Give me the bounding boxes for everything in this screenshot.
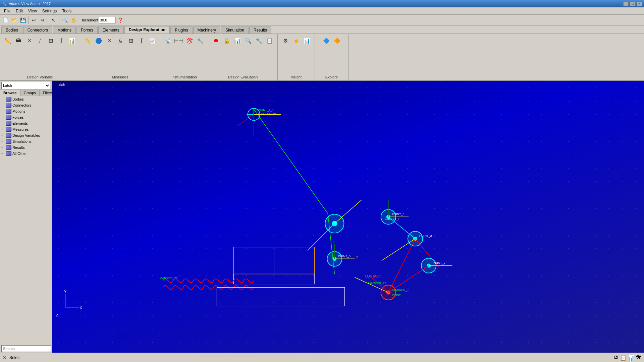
design-variables-label: Design Variables [12, 133, 40, 137]
maximize-button[interactable]: □ [630, 1, 635, 6]
explore-icon1[interactable]: 🔷 [321, 36, 331, 46]
save-button[interactable]: 💾 [19, 16, 27, 24]
open-button[interactable]: 📂 [10, 16, 18, 24]
tree-item-simulations[interactable]: + Simulations [0, 138, 52, 144]
elements-expander[interactable]: + [1, 122, 5, 125]
connectors-expander[interactable]: + [1, 104, 5, 107]
all-other-label: All Other [12, 152, 27, 156]
menu-settings[interactable]: Settings [40, 8, 59, 14]
svg-line-2 [60, 308, 65, 313]
measures-icon1[interactable]: 📏 [83, 36, 93, 46]
tab-design-exploration[interactable]: Design Exploration [124, 26, 170, 34]
measures-icon2[interactable]: 🔵 [94, 36, 104, 46]
panel-tab-groups[interactable]: Groups [20, 90, 40, 96]
tree-panel: + Bodies + Connectors + Motions + [0, 96, 52, 344]
tab-machinery[interactable]: Machinery [193, 26, 220, 34]
de-icon2[interactable]: 🔒 [222, 36, 232, 46]
insight-icon3[interactable]: 📊 [302, 36, 312, 46]
tab-plugins[interactable]: Plugins [170, 26, 192, 34]
tree-item-connectors[interactable]: + Connectors [0, 102, 52, 108]
menu-view[interactable]: View [25, 8, 40, 14]
tab-elements[interactable]: Elements [98, 26, 124, 34]
measures-icon6[interactable]: ∫ [137, 36, 147, 46]
left-panel: Latch Browse Groups Filters + Bodies + C… [0, 81, 52, 353]
tab-forces[interactable]: Forces [76, 26, 98, 34]
close-button[interactable]: ✕ [637, 1, 642, 6]
measures-icon7[interactable]: 📈 [147, 36, 157, 46]
de-icon4[interactable]: 🔍 [243, 36, 253, 46]
svg-text:y: y [357, 255, 358, 258]
select-button[interactable]: ↖ [50, 16, 58, 24]
dv-icon7[interactable]: 📊 [67, 36, 77, 46]
pan-button[interactable]: ✋ [69, 16, 77, 24]
dv-icon2[interactable]: 🏔 [13, 36, 23, 46]
design-variables-expander[interactable]: + [1, 134, 5, 137]
help-button[interactable]: ❓ [116, 16, 124, 24]
all-other-expander[interactable]: + [1, 152, 5, 155]
menu-edit[interactable]: Edit [13, 8, 25, 14]
instr-icon4[interactable]: 🔧 [195, 36, 205, 46]
measures-icon4[interactable]: 𝑓₀ [115, 36, 125, 46]
measures-expander[interactable]: + [1, 128, 5, 131]
instr-icon3[interactable]: 🎯 [184, 36, 195, 46]
tree-item-results[interactable]: + Results [0, 144, 52, 150]
instr-icon1[interactable]: 📡 [163, 36, 173, 46]
bodies-expander[interactable]: + [1, 98, 5, 101]
forces-expander[interactable]: + [1, 116, 5, 119]
measures-icon3[interactable]: ✕ [104, 36, 114, 46]
simulations-expander[interactable]: + [1, 140, 5, 143]
app-title: Adams View Adams 2017 [9, 2, 51, 6]
menu-file[interactable]: File [1, 8, 13, 14]
tab-results[interactable]: Results [249, 26, 271, 34]
work-area: Latch Browse Groups Filters + Bodies + C… [0, 81, 644, 353]
insight-icon1[interactable]: ⚙ [280, 36, 290, 46]
explore-icon2[interactable]: 🔶 [332, 36, 342, 46]
zoom-button[interactable]: 🔍 [61, 16, 69, 24]
dv-icon4[interactable]: 𝑓 [35, 36, 45, 46]
undo-button[interactable]: ↩ [30, 16, 38, 24]
tree-item-bodies[interactable]: + Bodies [0, 96, 52, 102]
elements-icon [6, 121, 11, 126]
minimize-button[interactable]: — [623, 1, 629, 6]
de-icon5[interactable]: 🔧 [254, 36, 264, 46]
tree-item-motions[interactable]: + Motions [0, 108, 52, 114]
new-button[interactable]: 📄 [1, 16, 9, 24]
instr-icon2[interactable]: ⊢⊣ [174, 36, 184, 46]
tree-item-design-variables[interactable]: + Design Variables [0, 132, 52, 138]
search-input[interactable] [1, 345, 51, 352]
redo-button[interactable]: ↪ [39, 16, 47, 24]
de-icon3[interactable]: 📊 [232, 36, 243, 46]
tab-simulation[interactable]: Simulation [221, 26, 249, 34]
panel-tab-browse[interactable]: Browse [0, 90, 20, 96]
de-icon1[interactable]: ⏺ [211, 36, 221, 46]
group-insight-label: Insight [291, 75, 302, 79]
tree-item-all-other[interactable]: + All Other [0, 150, 52, 157]
tree-item-measures[interactable]: + Measures [0, 126, 52, 132]
dv-icon3[interactable]: ✕ [24, 36, 34, 46]
results-expander[interactable]: + [1, 146, 5, 149]
tab-bodies[interactable]: Bodies [1, 26, 22, 34]
tab-connectors[interactable]: Connectors [23, 26, 52, 34]
motions-expander[interactable]: + [1, 110, 5, 113]
tab-motions[interactable]: Motions [53, 26, 76, 34]
status-error-icon: ✕ [3, 355, 7, 360]
insight-icon2[interactable]: ◆ [291, 36, 301, 46]
increment-input[interactable] [99, 17, 116, 23]
forces-label: Forces [12, 115, 24, 119]
menu-tools[interactable]: Tools [59, 8, 74, 14]
dv-icon6[interactable]: ∫ [56, 36, 66, 46]
svg-line-24 [388, 217, 415, 239]
dv-icon5[interactable]: ⊞ [46, 36, 56, 46]
status-icon-3: 📊 [628, 355, 635, 361]
measures-icon5[interactable]: ⊞ [126, 36, 136, 46]
measures-label: Measures [12, 127, 29, 131]
model-select-input[interactable]: Latch [1, 82, 50, 89]
de-icon6[interactable]: 📋 [265, 36, 275, 46]
group-explore: 🔷 🔶 Explore [315, 34, 348, 80]
viewport[interactable]: Latch X Y Z POINT_1_1 [52, 81, 644, 353]
motions-label: Motions [12, 109, 25, 113]
dv-pencil-icon[interactable]: ✏️ [3, 36, 13, 46]
tree-item-forces[interactable]: + Forces [0, 114, 52, 120]
tree-item-elements[interactable]: + Elements [0, 120, 52, 126]
simulations-icon [6, 139, 11, 144]
